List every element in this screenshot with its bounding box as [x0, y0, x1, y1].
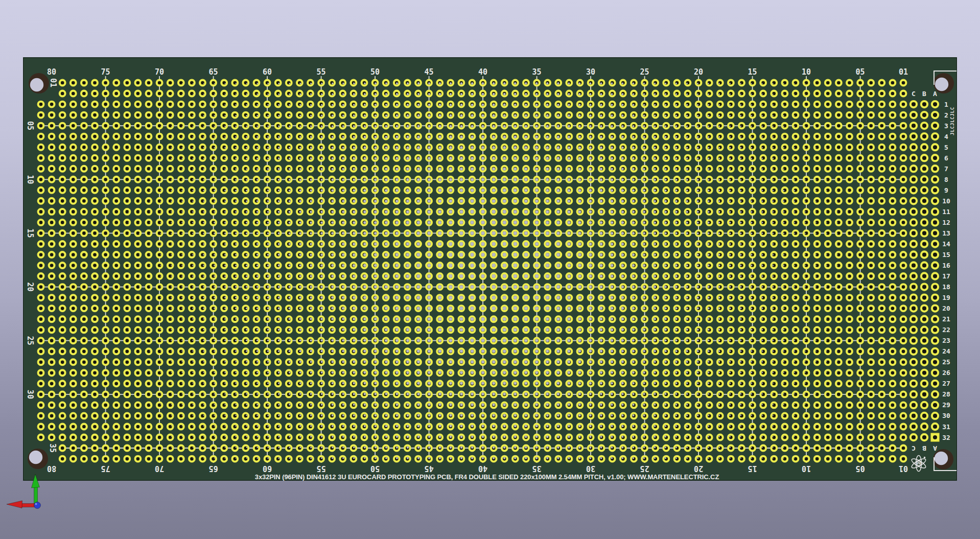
svg-text:5: 5: [944, 144, 948, 151]
svg-text:45: 45: [425, 464, 434, 473]
svg-text:20: 20: [26, 283, 35, 292]
svg-text:20: 20: [694, 67, 703, 77]
svg-text:60: 60: [263, 67, 272, 77]
svg-text:55: 55: [317, 67, 326, 77]
svg-text:24: 24: [942, 347, 950, 355]
brand-logo-letter: M: [917, 461, 920, 465]
svg-text:35: 35: [532, 67, 542, 77]
svg-text:2: 2: [944, 111, 948, 119]
z-axis-origin: [34, 502, 41, 509]
svg-text:40: 40: [478, 464, 487, 473]
mounting-hole: [28, 449, 48, 469]
svg-text:05: 05: [856, 464, 865, 473]
svg-text:7: 7: [944, 165, 948, 173]
svg-text:15: 15: [26, 228, 35, 238]
board-title-text: 3x32PIN (96PIN) DIN41612 3U EUROCARD PRO…: [255, 473, 719, 481]
svg-text:05: 05: [856, 67, 865, 77]
svg-text:8: 8: [944, 176, 948, 183]
svg-text:23: 23: [942, 337, 950, 344]
svg-text:31: 31: [942, 423, 950, 431]
svg-text:6: 6: [944, 154, 948, 162]
svg-text:01: 01: [899, 67, 908, 77]
svg-text:10: 10: [942, 197, 950, 205]
svg-text:45: 45: [425, 67, 434, 77]
svg-text:75: 75: [101, 67, 110, 77]
row-01-corner-label: 01: [49, 78, 58, 87]
svg-text:1: 1: [944, 101, 948, 108]
svg-text:B: B: [922, 444, 926, 452]
svg-text:40: 40: [478, 67, 487, 77]
svg-text:10: 10: [802, 464, 811, 473]
svg-text:10: 10: [802, 67, 811, 77]
svg-text:25: 25: [640, 464, 649, 473]
svg-text:25: 25: [942, 358, 950, 366]
svg-text:70: 70: [155, 67, 164, 77]
svg-text:19: 19: [942, 294, 950, 301]
svg-text:80: 80: [47, 464, 56, 473]
svg-text:4: 4: [944, 133, 948, 140]
svg-text:27: 27: [942, 380, 950, 387]
svg-text:50: 50: [370, 67, 380, 77]
svg-text:10: 10: [26, 175, 35, 184]
mounting-hole: [29, 73, 49, 93]
svg-text:30: 30: [586, 464, 595, 473]
svg-text:75: 75: [101, 464, 110, 473]
x-axis-arrowhead: [7, 501, 22, 508]
svg-text:20: 20: [942, 304, 950, 312]
svg-text:80: 80: [47, 67, 56, 77]
svg-text:22: 22: [942, 326, 950, 334]
svg-text:13: 13: [942, 229, 950, 237]
svg-text:29: 29: [942, 401, 950, 409]
svg-text:15: 15: [942, 251, 950, 259]
svg-text:30: 30: [26, 390, 35, 399]
svg-text:32: 32: [942, 434, 950, 441]
svg-text:55: 55: [317, 464, 326, 473]
svg-text:C: C: [912, 90, 916, 98]
svg-text:20: 20: [694, 464, 703, 473]
svg-text:60: 60: [263, 464, 272, 473]
svg-text:25: 25: [26, 336, 35, 345]
svg-text:14: 14: [942, 240, 950, 248]
pcb-3d-viewport[interactable]: 8075706560555045403530252015100501807570…: [0, 0, 980, 539]
svg-text:3: 3: [944, 122, 948, 130]
svg-text:16: 16: [942, 262, 950, 269]
svg-text:C: C: [912, 444, 916, 452]
svg-text:A: A: [933, 444, 937, 452]
svg-text:B: B: [922, 90, 926, 98]
svg-text:65: 65: [209, 67, 218, 77]
svg-text:26: 26: [942, 369, 950, 377]
svg-text:28: 28: [942, 390, 950, 398]
svg-text:35: 35: [532, 464, 542, 473]
svg-text:30: 30: [586, 67, 595, 77]
svg-text:11: 11: [942, 208, 950, 216]
svg-text:A: A: [933, 90, 937, 98]
svg-text:21: 21: [942, 315, 950, 323]
svg-text:17: 17: [942, 272, 950, 280]
svg-text:05: 05: [26, 121, 35, 130]
svg-text:50: 50: [370, 464, 380, 473]
svg-text:25: 25: [640, 67, 649, 77]
svg-text:15: 15: [748, 464, 757, 473]
svg-text:18: 18: [942, 283, 950, 291]
svg-text:35: 35: [48, 443, 57, 453]
svg-text:15: 15: [748, 67, 757, 77]
jlc-watermark-text: JLCJLCJLC: [949, 107, 955, 135]
svg-text:65: 65: [209, 464, 218, 473]
svg-text:12: 12: [942, 219, 950, 226]
svg-text:70: 70: [155, 464, 164, 473]
pcb-board-3d-view[interactable]: 8075706560555045403530252015100501807570…: [0, 0, 980, 539]
svg-text:30: 30: [942, 412, 950, 419]
svg-text:01: 01: [899, 464, 908, 473]
svg-text:9: 9: [944, 186, 948, 194]
